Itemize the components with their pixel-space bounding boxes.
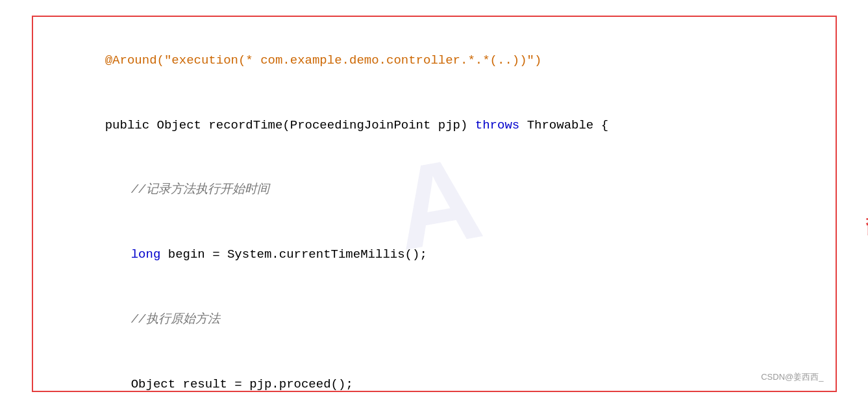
long-keyword: long — [131, 247, 161, 262]
annotation-around: @Around("execution(* com.example.demo.co… — [105, 53, 557, 68]
code-line-4: Object result = pjp.proceed(); — [72, 352, 823, 407]
throwable: Throwable { — [519, 118, 608, 132]
comment-line-1: //记录方法执行开始时间 — [72, 158, 823, 223]
method-signature-start: public Object recordTime(ProceedingJoinP… — [105, 118, 475, 132]
begin-assignment: begin = System.currentTimeMillis(); — [160, 247, 427, 262]
comment-1-text: //记录方法执行开始时间 — [131, 182, 269, 197]
csdn-watermark: CSDN@姜西西_ — [761, 371, 823, 383]
side-label: 切面 — [863, 201, 869, 206]
result-assignment: result = pjp.proceed(); — [175, 377, 353, 391]
code-line-3: long begin = System.currentTimeMillis(); — [72, 223, 823, 288]
comment-2-text: //执行原始方法 — [131, 312, 220, 327]
page-container: A @Around("execution(* com.example.demo.… — [0, 0, 868, 407]
object-keyword: Object — [131, 377, 175, 391]
comment-line-2: //执行原始方法 — [72, 288, 823, 352]
code-box: A @Around("execution(* com.example.demo.… — [32, 16, 837, 392]
code-line-1: @Around("execution(* com.example.demo.co… — [46, 29, 823, 93]
code-content: @Around("execution(* com.example.demo.co… — [46, 23, 823, 408]
throws-keyword: throws — [475, 118, 519, 132]
code-line-2: public Object recordTime(ProceedingJoinP… — [46, 93, 823, 158]
